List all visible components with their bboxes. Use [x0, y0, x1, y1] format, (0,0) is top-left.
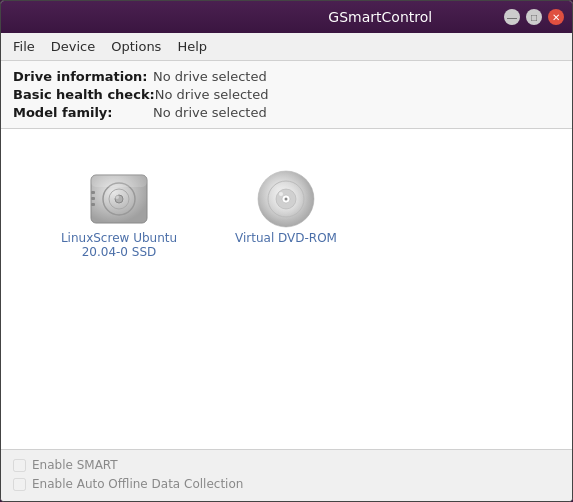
health-check-row: Basic health check: No drive selected	[13, 87, 560, 102]
minimize-icon: —	[507, 12, 517, 23]
menubar: File Device Options Help	[1, 33, 572, 61]
window-title: GSmartControl	[257, 9, 505, 25]
window-controls: — □ ✕	[504, 9, 564, 25]
ssd-drive-label: LinuxScrew Ubuntu 20.04-0 SSD	[59, 231, 179, 259]
drive-information-value: No drive selected	[153, 69, 267, 84]
enable-smart-label: Enable SMART	[32, 458, 118, 472]
dvd-drive-icon	[254, 167, 318, 231]
menu-file[interactable]: File	[5, 35, 43, 58]
svg-point-15	[279, 192, 283, 196]
titlebar: GSmartControl — □ ✕	[1, 1, 572, 33]
close-button[interactable]: ✕	[548, 9, 564, 25]
model-family-label: Model family:	[13, 105, 153, 120]
basic-health-value: No drive selected	[155, 87, 269, 102]
menu-device[interactable]: Device	[43, 35, 103, 58]
drive-info-row: Drive information: No drive selected	[13, 69, 560, 84]
menu-help[interactable]: Help	[169, 35, 215, 58]
basic-health-label: Basic health check:	[13, 87, 155, 102]
drive-item-dvd[interactable]: Virtual DVD-ROM	[227, 159, 345, 253]
info-panel: Drive information: No drive selected Bas…	[1, 61, 572, 129]
svg-point-4	[115, 195, 119, 199]
menu-options[interactable]: Options	[103, 35, 169, 58]
auto-offline-row: Enable Auto Offline Data Collection	[13, 477, 560, 491]
svg-rect-8	[91, 203, 95, 206]
main-window: GSmartControl — □ ✕ File Device Options …	[0, 0, 573, 502]
close-icon: ✕	[552, 12, 560, 23]
model-family-value: No drive selected	[153, 105, 267, 120]
svg-point-14	[284, 198, 287, 201]
enable-smart-checkbox[interactable]	[13, 459, 26, 472]
drive-list: LinuxScrew Ubuntu 20.04-0 SSD	[1, 129, 572, 449]
enable-auto-offline-checkbox[interactable]	[13, 478, 26, 491]
maximize-button[interactable]: □	[526, 9, 542, 25]
svg-rect-6	[91, 191, 95, 194]
drive-item-ssd[interactable]: LinuxScrew Ubuntu 20.04-0 SSD	[51, 159, 187, 267]
svg-rect-5	[91, 175, 147, 187]
minimize-button[interactable]: —	[504, 9, 520, 25]
enable-smart-row: Enable SMART	[13, 458, 560, 472]
svg-rect-7	[91, 197, 95, 200]
drive-information-label: Drive information:	[13, 69, 153, 84]
enable-auto-offline-label: Enable Auto Offline Data Collection	[32, 477, 243, 491]
dvd-drive-label: Virtual DVD-ROM	[235, 231, 337, 245]
maximize-icon: □	[531, 12, 537, 23]
ssd-drive-icon	[87, 167, 151, 231]
model-family-row: Model family: No drive selected	[13, 105, 560, 120]
bottom-panel: Enable SMART Enable Auto Offline Data Co…	[1, 449, 572, 501]
